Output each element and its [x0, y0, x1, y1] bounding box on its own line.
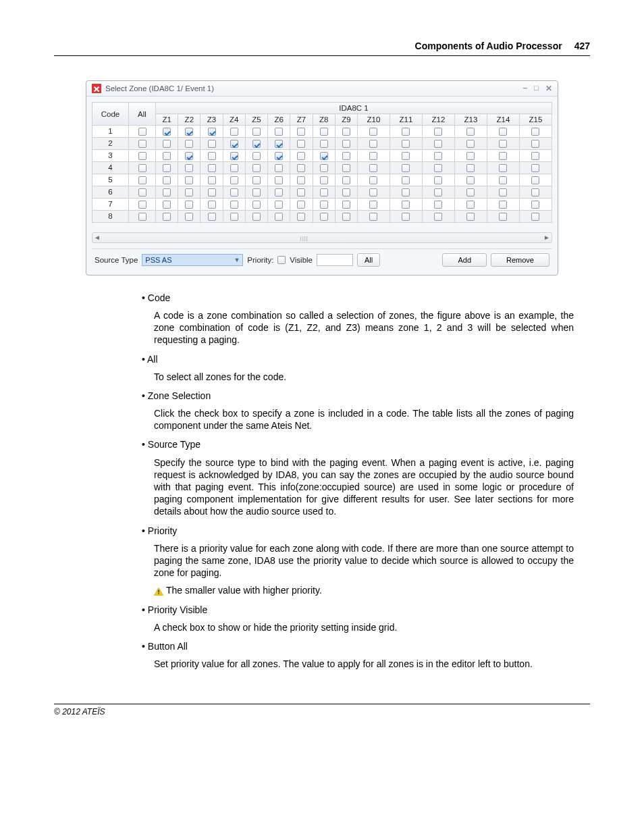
zone-checkbox[interactable]	[185, 188, 193, 197]
zone-checkbox[interactable]	[163, 140, 171, 148]
maximize-icon[interactable]: □	[534, 84, 539, 93]
zone-checkbox[interactable]	[434, 128, 442, 136]
zone-checkbox[interactable]	[402, 140, 410, 148]
zone-checkbox[interactable]	[369, 213, 377, 221]
zone-checkbox[interactable]	[342, 140, 350, 148]
zone-checkbox[interactable]	[320, 176, 328, 184]
zone-checkbox[interactable]	[402, 152, 410, 160]
zone-checkbox[interactable]	[185, 164, 193, 172]
zone-checkbox[interactable]	[163, 213, 171, 221]
zone-checkbox[interactable]	[275, 176, 283, 184]
zone-checkbox[interactable]	[342, 152, 350, 160]
zone-checkbox[interactable]	[402, 164, 410, 172]
zone-checkbox[interactable]	[434, 140, 442, 148]
zone-checkbox[interactable]	[185, 213, 193, 221]
zone-checkbox[interactable]	[230, 201, 238, 209]
zone-checkbox[interactable]	[320, 128, 328, 136]
zone-checkbox[interactable]	[275, 140, 283, 148]
zone-checkbox[interactable]	[531, 201, 539, 209]
zone-checkbox[interactable]	[434, 176, 442, 184]
zone-checkbox[interactable]	[499, 201, 507, 209]
zone-checkbox[interactable]	[466, 176, 475, 184]
zone-checkbox[interactable]	[163, 188, 171, 197]
all-checkbox[interactable]	[138, 213, 146, 221]
zone-checkbox[interactable]	[208, 164, 216, 172]
minimize-icon[interactable]: –	[523, 84, 527, 93]
zone-checkbox[interactable]	[252, 213, 261, 221]
zone-checkbox[interactable]	[320, 152, 328, 160]
zone-checkbox[interactable]	[185, 201, 193, 209]
zone-checkbox[interactable]	[369, 176, 377, 184]
zone-checkbox[interactable]	[320, 140, 328, 148]
zone-checkbox[interactable]	[230, 164, 238, 172]
priority-visible-checkbox[interactable]	[277, 256, 286, 264]
zone-checkbox[interactable]	[499, 164, 507, 172]
zone-checkbox[interactable]	[434, 201, 442, 209]
zone-checkbox[interactable]	[252, 176, 261, 184]
zone-checkbox[interactable]	[297, 164, 305, 172]
zone-checkbox[interactable]	[369, 201, 377, 209]
zone-checkbox[interactable]	[297, 188, 305, 197]
zone-checkbox[interactable]	[252, 201, 261, 209]
zone-checkbox[interactable]	[466, 140, 475, 148]
zone-checkbox[interactable]	[466, 201, 475, 209]
zone-checkbox[interactable]	[275, 213, 283, 221]
zone-checkbox[interactable]	[499, 140, 507, 148]
zone-checkbox[interactable]	[208, 152, 216, 160]
zone-checkbox[interactable]	[275, 128, 283, 136]
all-checkbox[interactable]	[138, 164, 146, 172]
zone-checkbox[interactable]	[252, 128, 261, 136]
zone-checkbox[interactable]	[208, 128, 216, 136]
zone-checkbox[interactable]	[230, 128, 238, 136]
zone-checkbox[interactable]	[320, 188, 328, 197]
zone-checkbox[interactable]	[466, 188, 475, 197]
zone-checkbox[interactable]	[531, 128, 539, 136]
source-type-combo[interactable]: PSS AS ▼	[142, 254, 243, 266]
zone-checkbox[interactable]	[402, 176, 410, 184]
zone-checkbox[interactable]	[275, 152, 283, 160]
all-checkbox[interactable]	[138, 188, 146, 197]
zone-checkbox[interactable]	[185, 152, 193, 160]
zone-checkbox[interactable]	[297, 213, 305, 221]
zone-checkbox[interactable]	[369, 188, 377, 197]
zone-checkbox[interactable]	[434, 188, 442, 197]
remove-button[interactable]: Remove	[491, 253, 549, 267]
zone-checkbox[interactable]	[342, 213, 350, 221]
zone-checkbox[interactable]	[342, 176, 350, 184]
zone-checkbox[interactable]	[531, 140, 539, 148]
zone-checkbox[interactable]	[297, 128, 305, 136]
zone-checkbox[interactable]	[230, 176, 238, 184]
zone-checkbox[interactable]	[499, 188, 507, 197]
zone-checkbox[interactable]	[369, 128, 377, 136]
zone-checkbox[interactable]	[208, 201, 216, 209]
zone-checkbox[interactable]	[342, 188, 350, 197]
zone-checkbox[interactable]	[320, 201, 328, 209]
zone-checkbox[interactable]	[185, 140, 193, 148]
zone-checkbox[interactable]	[230, 140, 238, 148]
all-checkbox[interactable]	[138, 128, 146, 136]
add-button[interactable]: Add	[442, 253, 487, 267]
zone-checkbox[interactable]	[252, 164, 261, 172]
close-icon[interactable]: ✕	[545, 84, 552, 93]
zone-checkbox[interactable]	[369, 164, 377, 172]
priority-value-input[interactable]	[317, 254, 353, 266]
zone-checkbox[interactable]	[252, 188, 261, 197]
zone-checkbox[interactable]	[275, 188, 283, 197]
zone-checkbox[interactable]	[531, 164, 539, 172]
zone-checkbox[interactable]	[499, 213, 507, 221]
zone-checkbox[interactable]	[342, 128, 350, 136]
zone-checkbox[interactable]	[208, 176, 216, 184]
zone-checkbox[interactable]	[531, 176, 539, 184]
zone-checkbox[interactable]	[275, 201, 283, 209]
zone-checkbox[interactable]	[230, 188, 238, 197]
zone-checkbox[interactable]	[297, 152, 305, 160]
scroll-right-icon[interactable]: ►	[543, 234, 550, 241]
zone-checkbox[interactable]	[163, 164, 171, 172]
zone-checkbox[interactable]	[163, 152, 171, 160]
zone-checkbox[interactable]	[342, 164, 350, 172]
zone-checkbox[interactable]	[208, 140, 216, 148]
zone-checkbox[interactable]	[320, 213, 328, 221]
zone-checkbox[interactable]	[252, 140, 261, 148]
zone-checkbox[interactable]	[230, 152, 238, 160]
zone-checkbox[interactable]	[369, 152, 377, 160]
